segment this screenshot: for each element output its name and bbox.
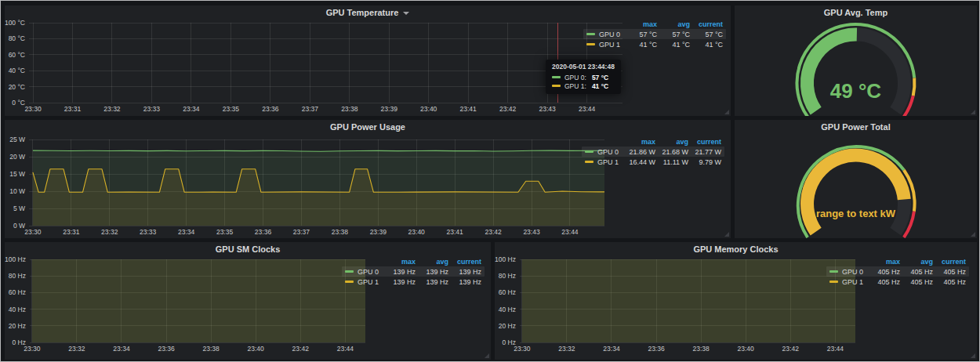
svg-text:23:38: 23:38	[202, 345, 220, 353]
series-swatch-icon	[552, 76, 561, 78]
svg-text:20 Hz: 20 Hz	[499, 322, 516, 330]
svg-text:23:32: 23:32	[558, 345, 575, 353]
panel-gpu-temperature: GPU Temperature 0 °C20 °C40 °C60 °C80 °C…	[5, 5, 731, 116]
legend-table: maxavgcurrent GPU 021.86 W21.68 W21.77 W…	[582, 136, 724, 167]
panel-resize-handle[interactable]	[971, 110, 975, 114]
legend-header-avg[interactable]: avg	[416, 258, 448, 266]
svg-text:23:31: 23:31	[63, 228, 80, 236]
svg-text:23:36: 23:36	[255, 228, 272, 236]
svg-text:15 W: 15 W	[9, 170, 25, 178]
svg-text:23:43: 23:43	[523, 228, 540, 236]
panel-menu-caret-icon[interactable]	[403, 12, 409, 15]
legend-row-gpu1[interactable]: GPU 116.44 W11.11 W9.79 W	[582, 157, 724, 167]
legend-header-row: maxavgcurrent	[826, 256, 969, 266]
svg-text:23:30: 23:30	[514, 345, 531, 353]
legend-header-current[interactable]: current	[933, 258, 966, 266]
legend-header-avg[interactable]: avg	[655, 138, 688, 146]
panel-gpu-power-usage: GPU Power Usage 0 W5 W10 W15 W20 W25 W23…	[5, 120, 731, 238]
svg-text:40 Hz: 40 Hz	[499, 306, 516, 313]
legend-header-avg[interactable]: avg	[900, 258, 933, 266]
svg-text:23:39: 23:39	[370, 228, 387, 236]
legend-header-max[interactable]: max	[867, 258, 900, 266]
svg-text:23:42: 23:42	[782, 345, 800, 353]
svg-text:0 °C: 0 °C	[12, 99, 25, 107]
series-swatch-icon	[585, 150, 593, 153]
svg-text:23:36: 23:36	[648, 345, 665, 353]
svg-text:23:42: 23:42	[292, 345, 310, 353]
legend-row-gpu1[interactable]: GPU 1405 Hz405 Hz405 Hz	[826, 277, 969, 287]
legend-row-gpu0[interactable]: GPU 0405 Hz405 Hz405 Hz	[826, 266, 969, 277]
panel-resize-handle[interactable]	[724, 232, 729, 237]
svg-text:49 °C: 49 °C	[830, 79, 882, 103]
svg-text:23:32: 23:32	[101, 228, 118, 236]
panel-title-gpu-memory-clocks[interactable]: GPU Memory Clocks	[495, 244, 977, 254]
panel-title-gpu-avg-temp[interactable]: GPU Avg. Temp	[735, 8, 977, 17]
temperature-gauge: 49 °C	[735, 5, 977, 116]
legend-header-current[interactable]: current	[448, 258, 481, 266]
legend-table: maxavgcurrent GPU 0405 Hz405 Hz405 Hz GP…	[826, 256, 969, 287]
svg-text:23:37: 23:37	[302, 105, 319, 113]
grafana-dashboard: GPU Temperature 0 °C20 °C40 °C60 °C80 °C…	[0, 0, 980, 362]
series-swatch-icon	[586, 43, 595, 45]
panel-gpu-memory-clocks: GPU Memory Clocks 0 Hz20 Hz40 Hz60 Hz80 …	[495, 242, 977, 360]
panel-resize-handle[interactable]	[971, 232, 975, 237]
panel-title-gpu-power-total[interactable]: GPU Power Total	[735, 122, 977, 132]
svg-text:20 Hz: 20 Hz	[9, 322, 26, 330]
svg-text:80 Hz: 80 Hz	[499, 272, 516, 280]
panel-title-gpu-temperature[interactable]: GPU Temperature	[5, 8, 731, 17]
svg-text:40 Hz: 40 Hz	[9, 306, 26, 313]
svg-text:23:30: 23:30	[24, 345, 41, 353]
series-swatch-icon	[552, 85, 561, 87]
series-swatch-icon	[345, 270, 354, 273]
legend-row-gpu0[interactable]: GPU 057 °C57 °C57 °C	[583, 29, 726, 39]
series-swatch-icon	[585, 161, 593, 163]
svg-text:100 Hz: 100 Hz	[5, 255, 26, 263]
svg-text:23:44: 23:44	[561, 228, 579, 236]
panel-title-gpu-sm-clocks[interactable]: GPU SM Clocks	[5, 244, 491, 254]
svg-text:23:37: 23:37	[293, 228, 310, 236]
svg-text:23:40: 23:40	[420, 105, 437, 113]
svg-text:60 °C: 60 °C	[9, 51, 25, 59]
legend-header-max[interactable]: max	[622, 138, 655, 146]
legend-header-max[interactable]: max	[383, 258, 416, 266]
legend-row-gpu1[interactable]: GPU 1139 Hz139 Hz139 Hz	[342, 277, 485, 287]
svg-text:23:40: 23:40	[738, 345, 755, 353]
legend-row-gpu1[interactable]: GPU 141 °C41 °C41 °C	[583, 39, 726, 49]
svg-text:23:38: 23:38	[332, 228, 349, 236]
svg-text:10 W: 10 W	[9, 187, 25, 195]
panel-resize-handle[interactable]	[485, 353, 489, 358]
svg-text:5 W: 5 W	[13, 205, 25, 212]
svg-text:100 °C: 100 °C	[5, 19, 25, 27]
svg-text:23:30: 23:30	[24, 228, 42, 236]
legend-header-avg[interactable]: avg	[657, 20, 690, 28]
svg-text:23:39: 23:39	[381, 105, 398, 113]
legend-row-gpu0[interactable]: GPU 0139 Hz139 Hz139 Hz	[342, 266, 485, 277]
panel-title-gpu-power-usage[interactable]: GPU Power Usage	[5, 122, 731, 132]
legend-row-gpu0[interactable]: GPU 021.86 W21.68 W21.77 W	[582, 147, 724, 157]
legend-header-row: maxavgcurrent	[342, 256, 485, 266]
svg-text:25 W: 25 W	[9, 136, 25, 143]
series-swatch-icon	[829, 270, 838, 273]
svg-text:23:38: 23:38	[341, 105, 358, 113]
chart-tooltip: 2020-05-01 23:44:48 GPU 0:57 °C GPU 1:41…	[546, 60, 621, 94]
svg-text:23:42: 23:42	[485, 228, 502, 236]
svg-text:23:40: 23:40	[248, 345, 265, 353]
svg-text:23:30: 23:30	[24, 105, 42, 113]
svg-text:23:44: 23:44	[827, 345, 844, 353]
svg-text:23:32: 23:32	[103, 105, 121, 113]
legend-header-current[interactable]: current	[690, 20, 723, 28]
svg-text:100 Hz: 100 Hz	[495, 255, 516, 263]
svg-text:23:34: 23:34	[183, 105, 200, 113]
panel-title-text: GPU Temperature	[326, 8, 399, 17]
svg-text:23:35: 23:35	[223, 105, 240, 113]
panel-resize-handle[interactable]	[971, 353, 975, 358]
svg-text:60 Hz: 60 Hz	[499, 288, 516, 296]
legend-header-current[interactable]: current	[688, 138, 721, 146]
tooltip-timestamp: 2020-05-01 23:44:48	[552, 63, 615, 71]
panel-resize-handle[interactable]	[724, 110, 729, 114]
svg-text:23:36: 23:36	[262, 105, 279, 113]
svg-text:23:41: 23:41	[447, 228, 464, 236]
svg-text:23:44: 23:44	[579, 105, 596, 113]
svg-text:80 Hz: 80 Hz	[9, 272, 26, 280]
legend-header-max[interactable]: max	[624, 20, 657, 28]
